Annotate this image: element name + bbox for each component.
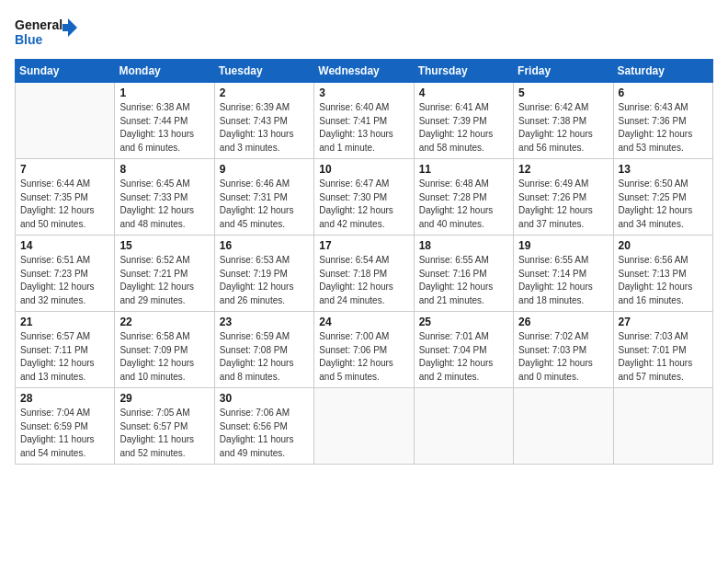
daylight-hours: Daylight: 11 hours and 57 minutes. <box>619 358 693 382</box>
sunrise-time: Sunrise: 6:50 AM <box>619 178 688 189</box>
calendar-cell: 26Sunrise: 7:02 AMSunset: 7:03 PMDayligh… <box>514 312 613 388</box>
day-info: Sunrise: 7:01 AMSunset: 7:04 PMDaylight:… <box>419 330 508 384</box>
sunrise-time: Sunrise: 6:46 AM <box>220 178 290 189</box>
calendar-cell: 25Sunrise: 7:01 AMSunset: 7:04 PMDayligh… <box>414 312 513 388</box>
calendar-cell: 18Sunrise: 6:55 AMSunset: 7:16 PMDayligh… <box>414 236 513 312</box>
day-info: Sunrise: 6:38 AMSunset: 7:44 PMDaylight:… <box>119 101 209 155</box>
sunset-time: Sunset: 7:43 PM <box>220 116 288 126</box>
day-number: 27 <box>619 316 708 328</box>
sunset-time: Sunset: 7:14 PM <box>518 269 586 279</box>
daylight-hours: Daylight: 12 hours and 26 minutes. <box>220 282 294 305</box>
calendar-week-row: 28Sunrise: 7:04 AMSunset: 6:59 PMDayligh… <box>16 388 713 465</box>
day-info: Sunrise: 7:06 AMSunset: 6:56 PMDaylight:… <box>220 407 309 460</box>
sunset-time: Sunset: 7:18 PM <box>319 269 387 279</box>
sunset-time: Sunset: 7:36 PM <box>619 116 687 126</box>
day-number: 23 <box>220 316 309 328</box>
sunrise-time: Sunrise: 6:51 AM <box>20 255 90 265</box>
sunset-time: Sunset: 6:57 PM <box>119 421 188 431</box>
sunrise-time: Sunrise: 6:44 AM <box>20 178 90 189</box>
sunset-time: Sunset: 7:08 PM <box>220 345 288 355</box>
calendar-cell: 1Sunrise: 6:38 AMSunset: 7:44 PMDaylight… <box>115 83 214 159</box>
sunset-time: Sunset: 7:41 PM <box>319 116 387 126</box>
calendar-cell: 11Sunrise: 6:48 AMSunset: 7:28 PMDayligh… <box>414 159 513 236</box>
sunset-time: Sunset: 7:03 PM <box>518 345 586 355</box>
day-info: Sunrise: 6:51 AMSunset: 7:23 PMDaylight:… <box>20 254 109 307</box>
day-info: Sunrise: 6:55 AMSunset: 7:14 PMDaylight:… <box>518 254 608 307</box>
daylight-hours: Daylight: 11 hours and 52 minutes. <box>119 434 194 458</box>
day-number: 26 <box>518 316 608 328</box>
weekday-header: Friday <box>514 60 613 83</box>
day-info: Sunrise: 6:59 AMSunset: 7:08 PMDaylight:… <box>220 330 309 384</box>
daylight-hours: Daylight: 12 hours and 0 minutes. <box>518 358 593 382</box>
day-number: 15 <box>119 239 209 252</box>
sunset-time: Sunset: 7:01 PM <box>619 345 687 355</box>
day-info: Sunrise: 6:49 AMSunset: 7:26 PMDaylight:… <box>518 178 608 231</box>
sunset-time: Sunset: 7:19 PM <box>220 269 288 279</box>
calendar-week-row: 21Sunrise: 6:57 AMSunset: 7:11 PMDayligh… <box>16 312 713 388</box>
daylight-hours: Daylight: 12 hours and 32 minutes. <box>20 282 95 305</box>
sunset-time: Sunset: 7:06 PM <box>319 345 387 355</box>
weekday-header: Sunday <box>16 60 115 83</box>
day-info: Sunrise: 6:53 AMSunset: 7:19 PMDaylight:… <box>220 254 309 307</box>
sunset-time: Sunset: 7:35 PM <box>20 192 88 202</box>
daylight-hours: Daylight: 12 hours and 58 minutes. <box>419 129 494 153</box>
calendar-week-row: 7Sunrise: 6:44 AMSunset: 7:35 PMDaylight… <box>16 159 713 236</box>
day-info: Sunrise: 6:45 AMSunset: 7:33 PMDaylight:… <box>119 178 209 231</box>
day-info: Sunrise: 6:54 AMSunset: 7:18 PMDaylight:… <box>319 254 408 307</box>
sunset-time: Sunset: 7:25 PM <box>619 192 687 202</box>
day-info: Sunrise: 6:52 AMSunset: 7:21 PMDaylight:… <box>119 254 209 307</box>
day-number: 6 <box>619 86 708 99</box>
daylight-hours: Daylight: 12 hours and 5 minutes. <box>319 358 393 382</box>
calendar-cell: 27Sunrise: 7:03 AMSunset: 7:01 PMDayligh… <box>613 312 712 388</box>
weekday-header: Thursday <box>414 60 513 83</box>
day-number: 30 <box>220 392 309 405</box>
sunset-time: Sunset: 7:39 PM <box>419 116 487 126</box>
daylight-hours: Daylight: 12 hours and 16 minutes. <box>619 282 693 305</box>
day-number: 2 <box>220 86 309 99</box>
day-info: Sunrise: 7:03 AMSunset: 7:01 PMDaylight:… <box>619 330 708 384</box>
calendar-cell: 15Sunrise: 6:52 AMSunset: 7:21 PMDayligh… <box>115 236 214 312</box>
day-number: 22 <box>119 316 209 328</box>
day-number: 25 <box>419 316 508 328</box>
day-number: 21 <box>20 316 109 328</box>
calendar-cell <box>514 388 613 465</box>
logo-svg: General Blue <box>15 15 79 52</box>
sunrise-time: Sunrise: 6:55 AM <box>518 255 588 265</box>
sunset-time: Sunset: 7:30 PM <box>319 192 387 202</box>
daylight-hours: Daylight: 11 hours and 49 minutes. <box>220 434 294 458</box>
sunrise-time: Sunrise: 6:48 AM <box>419 178 489 189</box>
sunset-time: Sunset: 7:04 PM <box>419 345 487 355</box>
calendar-cell: 29Sunrise: 7:05 AMSunset: 6:57 PMDayligh… <box>115 388 214 465</box>
day-number: 29 <box>119 392 209 405</box>
sunrise-time: Sunrise: 7:04 AM <box>20 408 90 418</box>
sunrise-time: Sunrise: 6:53 AM <box>220 255 290 265</box>
day-number: 12 <box>518 163 608 176</box>
svg-text:Blue: Blue <box>15 32 43 47</box>
day-info: Sunrise: 6:56 AMSunset: 7:13 PMDaylight:… <box>619 254 708 307</box>
daylight-hours: Daylight: 12 hours and 18 minutes. <box>518 282 593 305</box>
daylight-hours: Daylight: 13 hours and 3 minutes. <box>220 129 294 153</box>
calendar-cell <box>414 388 513 465</box>
sunrise-time: Sunrise: 6:47 AM <box>319 178 389 189</box>
day-number: 1 <box>119 86 209 99</box>
day-info: Sunrise: 6:44 AMSunset: 7:35 PMDaylight:… <box>20 178 109 231</box>
daylight-hours: Daylight: 12 hours and 40 minutes. <box>419 205 494 229</box>
sunrise-time: Sunrise: 6:52 AM <box>119 255 189 265</box>
day-info: Sunrise: 7:05 AMSunset: 6:57 PMDaylight:… <box>119 407 209 460</box>
calendar-cell: 2Sunrise: 6:39 AMSunset: 7:43 PMDaylight… <box>214 83 313 159</box>
day-number: 14 <box>20 239 109 252</box>
calendar-cell: 20Sunrise: 6:56 AMSunset: 7:13 PMDayligh… <box>613 236 712 312</box>
daylight-hours: Daylight: 12 hours and 34 minutes. <box>619 205 693 229</box>
sunrise-time: Sunrise: 6:42 AM <box>518 102 588 112</box>
day-number: 18 <box>419 239 508 252</box>
day-number: 4 <box>419 86 508 99</box>
day-info: Sunrise: 6:57 AMSunset: 7:11 PMDaylight:… <box>20 330 109 384</box>
sunrise-time: Sunrise: 7:01 AM <box>419 331 489 341</box>
day-info: Sunrise: 6:40 AMSunset: 7:41 PMDaylight:… <box>319 101 408 155</box>
calendar-cell: 22Sunrise: 6:58 AMSunset: 7:09 PMDayligh… <box>115 312 214 388</box>
calendar-cell: 4Sunrise: 6:41 AMSunset: 7:39 PMDaylight… <box>414 83 513 159</box>
sunrise-time: Sunrise: 7:00 AM <box>319 331 389 341</box>
sunrise-time: Sunrise: 7:06 AM <box>220 408 290 418</box>
weekday-header: Wednesday <box>314 60 414 83</box>
daylight-hours: Daylight: 12 hours and 48 minutes. <box>119 205 194 229</box>
